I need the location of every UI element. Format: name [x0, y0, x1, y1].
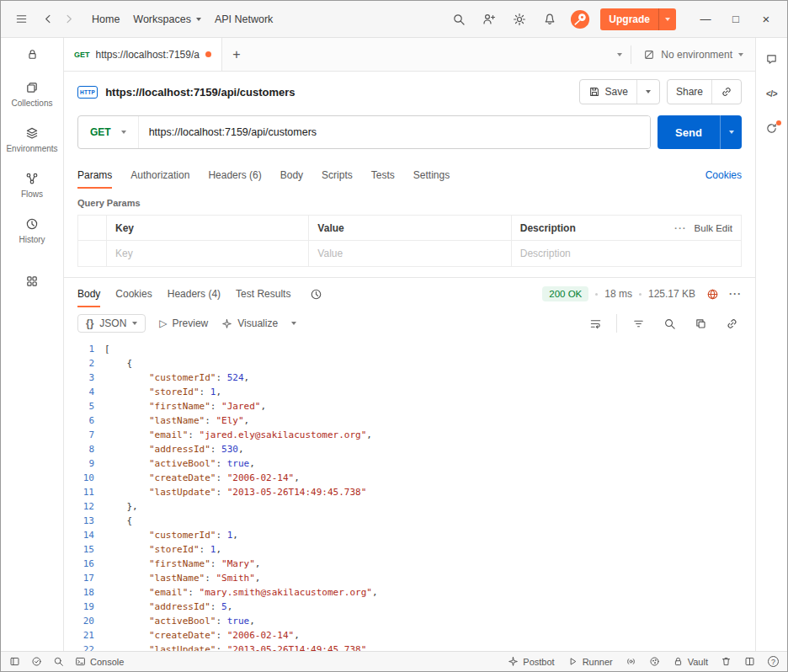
- tab-list-chevron-icon[interactable]: [617, 53, 622, 56]
- chevron-down-icon: [196, 18, 201, 21]
- trash-icon[interactable]: [721, 656, 732, 667]
- tab-response-cookies[interactable]: Cookies: [115, 281, 152, 307]
- response-history-icon[interactable]: [306, 284, 326, 304]
- toggle-sidebar-icon[interactable]: [9, 656, 20, 667]
- request-title: https://localhost:7159/api/customers: [105, 86, 295, 99]
- statusbar-right: Postbot Runner Vault ?: [508, 656, 779, 667]
- sidebar-item-more-apps[interactable]: [25, 275, 39, 288]
- close-button[interactable]: ×: [755, 8, 777, 30]
- link-icon[interactable]: [721, 313, 742, 333]
- share-button[interactable]: Share: [668, 80, 711, 104]
- table-row: [78, 241, 741, 266]
- postbot-button[interactable]: Postbot: [508, 656, 554, 667]
- documentation-icon[interactable]: [765, 53, 778, 66]
- braces-icon: {}: [86, 317, 93, 329]
- search-response-icon[interactable]: [659, 313, 679, 333]
- upgrade-label: Upgrade: [600, 8, 658, 30]
- titlebar: Home Workspaces API Network: [1, 1, 787, 38]
- nav-api-network[interactable]: API Network: [215, 13, 273, 25]
- chevron-down-icon[interactable]: [291, 322, 296, 325]
- more-actions-icon[interactable]: ···: [729, 288, 742, 300]
- new-tab-button[interactable]: +: [222, 38, 251, 71]
- console-button[interactable]: Console: [75, 656, 124, 667]
- tab-response-body[interactable]: Body: [77, 281, 100, 307]
- save-icon: [588, 86, 600, 98]
- environment-selector[interactable]: No environment: [640, 49, 747, 61]
- help-icon[interactable]: ?: [768, 656, 779, 667]
- sidebar-item-history[interactable]: History: [19, 217, 45, 244]
- copy-icon[interactable]: [690, 313, 711, 333]
- code-line: "customerId": 524,: [104, 371, 755, 385]
- cookies-icon[interactable]: [649, 656, 660, 667]
- sidebar-item-collections[interactable]: Collections: [12, 81, 53, 108]
- send-options-chevron[interactable]: [720, 115, 742, 149]
- preview-button[interactable]: ▷ Preview: [159, 317, 208, 329]
- save-options-chevron[interactable]: [637, 80, 659, 104]
- request-header: HTTP https://localhost:7159/api/customer…: [64, 72, 755, 112]
- runner-button[interactable]: Runner: [567, 656, 613, 667]
- nav-workspaces[interactable]: Workspaces: [133, 13, 201, 25]
- send-button[interactable]: Send: [658, 115, 742, 149]
- copy-link-button[interactable]: [712, 80, 741, 104]
- tab-authorization[interactable]: Authorization: [130, 163, 189, 189]
- find-replace-icon[interactable]: [53, 656, 64, 667]
- two-pane-layout-icon[interactable]: [744, 656, 755, 667]
- postman-logo[interactable]: [570, 9, 590, 29]
- tab-test-results[interactable]: Test Results: [236, 281, 290, 307]
- nav-home[interactable]: Home: [92, 13, 120, 25]
- divider: [616, 314, 617, 333]
- vault-button[interactable]: Vault: [673, 656, 708, 667]
- code-line-number: 4: [64, 385, 94, 399]
- network-info-icon[interactable]: [702, 284, 722, 304]
- code-snippet-icon[interactable]: </>: [766, 89, 777, 99]
- filter-icon[interactable]: [628, 313, 648, 333]
- url-input[interactable]: [139, 116, 650, 148]
- titlebar-right: Upgrade — □ ×: [449, 8, 777, 30]
- param-description-input[interactable]: [520, 248, 732, 259]
- maximize-button[interactable]: □: [725, 8, 747, 30]
- sync-changes-icon[interactable]: [765, 122, 778, 135]
- tab-tests[interactable]: Tests: [371, 163, 395, 189]
- tab-body[interactable]: Body: [280, 163, 303, 189]
- tab-settings[interactable]: Settings: [413, 163, 450, 189]
- param-value-input[interactable]: [317, 248, 502, 259]
- menu-icon[interactable]: [11, 9, 31, 29]
- minimize-button[interactable]: —: [695, 8, 716, 30]
- runner-label: Runner: [583, 657, 613, 667]
- tab-scripts[interactable]: Scripts: [322, 163, 353, 189]
- wrap-text-icon[interactable]: [585, 313, 605, 333]
- param-key-input[interactable]: [115, 248, 300, 259]
- save-button[interactable]: Save: [579, 79, 660, 104]
- upgrade-chevron[interactable]: [658, 8, 676, 30]
- forward-icon[interactable]: [58, 9, 78, 29]
- settings-gear-icon[interactable]: [509, 9, 530, 29]
- cookies-link[interactable]: Cookies: [705, 169, 742, 181]
- format-select[interactable]: {} JSON: [77, 314, 146, 333]
- back-icon[interactable]: [38, 9, 58, 29]
- vault-lock-icon: [673, 656, 684, 667]
- invite-user-icon[interactable]: [479, 9, 499, 29]
- play-icon: ▷: [159, 317, 167, 329]
- notifications-bell-icon[interactable]: [540, 9, 560, 29]
- lock-icon-button[interactable]: [26, 48, 39, 61]
- code-line: "addressId": 5,: [104, 600, 755, 614]
- tab-response-headers[interactable]: Headers (4): [168, 281, 221, 307]
- request-tab[interactable]: GET https://localhost:7159/a: [64, 38, 222, 71]
- bulk-edit-button[interactable]: ··· Bulk Edit: [674, 223, 732, 233]
- response-body-editor[interactable]: 12345678910111213141516171819202122 [ { …: [64, 337, 755, 651]
- url-row: GET Send: [64, 112, 755, 161]
- tab-headers[interactable]: Headers (6): [208, 163, 261, 189]
- table-header-row: Key Value Description ··· Bulk Edit: [78, 216, 741, 241]
- sidebar-item-flows[interactable]: Flows: [21, 172, 43, 199]
- code-line-number: 6: [64, 413, 94, 428]
- search-icon[interactable]: [449, 9, 469, 29]
- sidebar-item-environments[interactable]: Environments: [6, 126, 57, 153]
- upgrade-button[interactable]: Upgrade: [600, 8, 676, 30]
- method-select[interactable]: GET: [78, 116, 139, 148]
- tab-method-label: GET: [74, 51, 90, 59]
- capture-requests-icon[interactable]: [626, 656, 636, 667]
- status-check-icon[interactable]: [31, 656, 42, 667]
- collections-icon: [25, 81, 39, 94]
- tab-params[interactable]: Params: [77, 163, 112, 189]
- visualize-button[interactable]: Visualize: [221, 317, 278, 329]
